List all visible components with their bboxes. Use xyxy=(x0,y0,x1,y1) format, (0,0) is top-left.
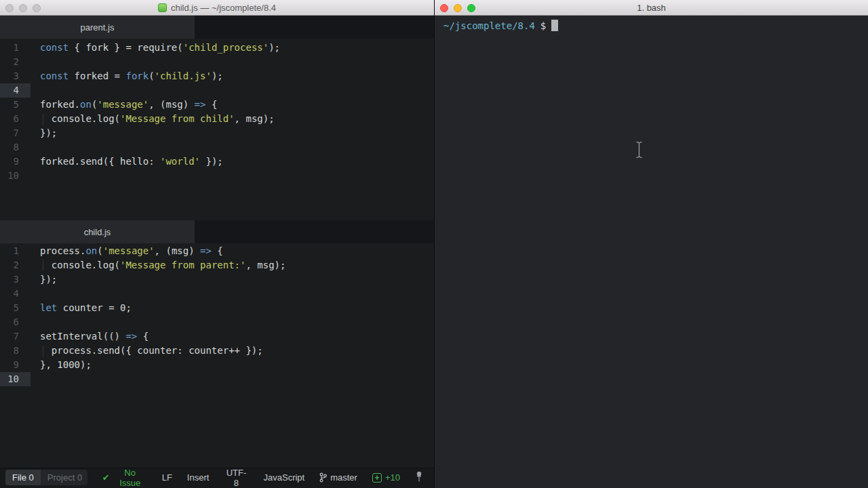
zoom-button[interactable] xyxy=(33,4,41,12)
code-text[interactable]: const forked = fork('child.js'); xyxy=(31,69,223,83)
code-line[interactable]: 1const { fork } = require('child_process… xyxy=(0,41,434,55)
code-token: , msg); xyxy=(235,113,275,124)
terminal-traffic-lights xyxy=(440,0,475,16)
close-button[interactable] xyxy=(440,4,448,12)
code-token: forked = xyxy=(68,70,125,81)
line-number[interactable]: 9 xyxy=(0,155,31,169)
editor-window-titlebar[interactable]: child.js — ~/jscomplete/8.4 xyxy=(0,0,434,16)
line-number[interactable]: 2 xyxy=(0,55,31,69)
line-number[interactable]: 8 xyxy=(0,140,31,155)
code-line[interactable]: 9}, 1000); xyxy=(0,358,434,372)
code-line[interactable]: 2 xyxy=(0,55,434,69)
line-number[interactable]: 5 xyxy=(0,98,31,112)
statusbar-git-branch[interactable]: master xyxy=(319,472,357,483)
zoom-button[interactable] xyxy=(467,4,475,12)
code-line[interactable]: 8 process.send({ counter: counter++ }); xyxy=(0,344,434,358)
statusbar-file-button[interactable]: File 0 xyxy=(5,470,41,485)
code-line[interactable]: 7setInterval(() => { xyxy=(0,329,434,344)
code-text[interactable]: }); xyxy=(31,126,57,140)
tab-parent-js[interactable]: parent.js xyxy=(0,16,195,39)
code-text[interactable]: process.send({ counter: counter++ }); xyxy=(31,344,263,358)
tab-parent-js-label: parent.js xyxy=(81,22,115,33)
statusbar-encoding[interactable]: UTF-8 xyxy=(224,468,248,488)
code-token: console.log( xyxy=(40,113,120,124)
line-number[interactable]: 6 xyxy=(0,112,31,126)
code-text[interactable]: console.log('Message from parent:', msg)… xyxy=(31,258,285,272)
code-token: }); xyxy=(40,274,57,285)
code-editor-parent[interactable]: 1const { fork } = require('child_process… xyxy=(0,41,434,183)
code-line[interactable]: 10 xyxy=(0,169,434,183)
code-token: 'child_process' xyxy=(183,42,269,53)
code-token: setInterval(() xyxy=(40,331,125,342)
code-line[interactable]: 5forked.on('message', (msg) => { xyxy=(0,98,434,112)
line-number[interactable]: 10 xyxy=(0,372,31,386)
line-number[interactable]: 4 xyxy=(0,287,31,301)
code-text[interactable]: }, 1000); xyxy=(31,358,92,372)
code-editor-child[interactable]: 1process.on('message', (msg) => {2 conso… xyxy=(0,244,434,386)
statusbar-language[interactable]: JavaScript xyxy=(264,472,305,483)
code-text[interactable]: const { fork } = require('child_process'… xyxy=(31,41,280,55)
code-line[interactable]: 6 console.log('Message from child', msg)… xyxy=(0,112,434,126)
line-number[interactable]: 8 xyxy=(0,344,31,358)
code-text[interactable]: process.on('message', (msg) => { xyxy=(31,244,223,258)
mouse-ibeam-cursor xyxy=(635,141,644,159)
line-number[interactable]: 2 xyxy=(0,258,31,272)
code-token: ( xyxy=(149,70,154,81)
plus-box-icon: + xyxy=(372,473,382,483)
code-token: 'Message from child' xyxy=(120,113,235,124)
code-line[interactable]: 1process.on('message', (msg) => { xyxy=(0,244,434,258)
close-button[interactable] xyxy=(5,4,14,12)
line-number[interactable]: 3 xyxy=(0,272,31,287)
code-text[interactable]: }); xyxy=(31,272,57,287)
terminal[interactable]: ~/jscomplete/8.4 $ xyxy=(435,16,868,488)
js-file-icon xyxy=(158,3,167,12)
code-line[interactable]: 7}); xyxy=(0,126,434,140)
line-number[interactable]: 5 xyxy=(0,301,31,315)
statusbar: File 0 Project 0 ✔ No Issue LF Insert UT… xyxy=(0,468,434,488)
editor-window-title: child.js — ~/jscomplete/8.4 xyxy=(0,3,434,13)
line-number[interactable]: 4 xyxy=(0,83,31,98)
code-line[interactable]: 2 console.log('Message from parent:', ms… xyxy=(0,258,434,272)
code-line[interactable]: 4 xyxy=(0,83,434,98)
code-text[interactable]: console.log('Message from child', msg); xyxy=(31,112,275,126)
line-number[interactable]: 7 xyxy=(0,329,31,344)
code-text[interactable]: let counter = 0; xyxy=(31,301,132,315)
statusbar-mode[interactable]: Insert xyxy=(187,472,210,483)
line-number[interactable]: 10 xyxy=(0,169,31,183)
tab-child-js[interactable]: child.js xyxy=(0,220,195,243)
editor-window-title-text: child.js — ~/jscomplete/8.4 xyxy=(171,3,276,13)
line-number[interactable]: 6 xyxy=(0,315,31,329)
code-line[interactable]: 9forked.send({ hello: 'world' }); xyxy=(0,155,434,169)
code-token: => xyxy=(200,245,212,256)
code-line[interactable]: 4 xyxy=(0,287,434,301)
code-token: const xyxy=(40,70,68,81)
terminal-prompt-line: ~/jscomplete/8.4 $ xyxy=(443,18,558,33)
line-number[interactable]: 7 xyxy=(0,126,31,140)
line-number[interactable]: 3 xyxy=(0,69,31,83)
terminal-window-titlebar[interactable]: 1. bash xyxy=(435,0,868,16)
pin-icon[interactable] xyxy=(415,471,423,485)
statusbar-project-button[interactable]: Project 0 xyxy=(41,470,87,485)
code-text[interactable]: setInterval(() => { xyxy=(31,329,149,344)
code-token: => xyxy=(125,331,137,342)
code-line[interactable]: 8 xyxy=(0,140,434,155)
minimize-button[interactable] xyxy=(19,4,27,12)
code-line[interactable]: 3const forked = fork('child.js'); xyxy=(0,69,434,83)
code-line[interactable]: 5let counter = 0; xyxy=(0,301,434,315)
code-line[interactable]: 6 xyxy=(0,315,434,329)
code-line[interactable]: 3}); xyxy=(0,272,434,287)
code-token: { xyxy=(212,245,223,256)
line-number[interactable]: 9 xyxy=(0,358,31,372)
code-text[interactable]: forked.on('message', (msg) => { xyxy=(31,98,217,112)
code-token: forked. xyxy=(40,99,80,110)
editor-window: child.js — ~/jscomplete/8.4 parent.js 1c… xyxy=(0,0,434,488)
line-number[interactable]: 1 xyxy=(0,244,31,258)
statusbar-changes[interactable]: + +10 xyxy=(372,472,400,483)
code-text[interactable]: forked.send({ hello: 'world' }); xyxy=(31,155,223,169)
statusbar-no-issue[interactable]: ✔ No Issue xyxy=(102,468,147,488)
code-token: ); xyxy=(269,42,280,53)
line-number[interactable]: 1 xyxy=(0,41,31,55)
minimize-button[interactable] xyxy=(454,4,462,12)
code-line[interactable]: 10 xyxy=(0,372,434,386)
statusbar-line-ending[interactable]: LF xyxy=(162,472,172,483)
